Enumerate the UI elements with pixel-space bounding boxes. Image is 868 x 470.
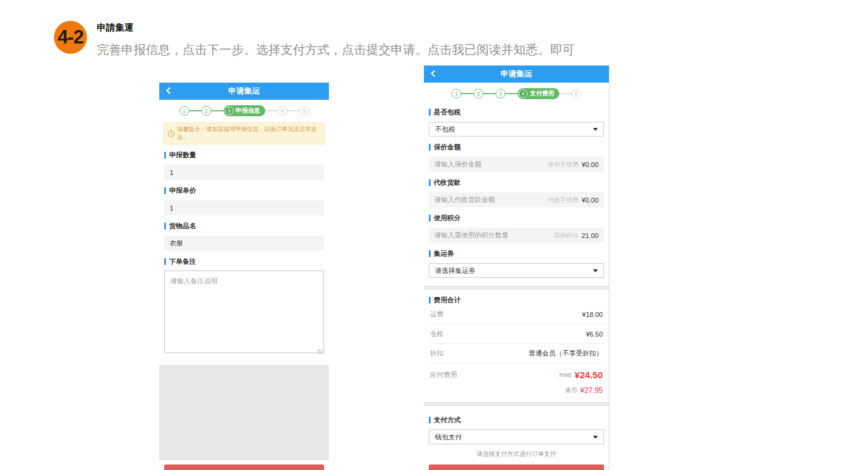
step-2: 2 xyxy=(202,106,211,116)
insurance-input[interactable]: 请输入保价金额 保价手续费 ¥0.00 xyxy=(429,157,604,172)
image-placeholder xyxy=(159,365,329,460)
payment-method-select[interactable]: 钱包支付 xyxy=(429,430,604,444)
coupon-select-value: 请选择集运券 xyxy=(435,266,593,275)
notice-text: 温馨提示：请如实填写申报信息，以免订单无法正常送达。 xyxy=(177,125,320,141)
fee-row-storage: 仓租 ¥6.50 xyxy=(429,324,604,344)
field-label-unit-price: 申报单价 xyxy=(164,186,324,195)
submit-application-button[interactable]: 提交申请 xyxy=(429,464,604,470)
section-divider xyxy=(424,286,609,289)
payment-screen: 申请集运 1 2 3 4 支付费用 5 是否包税 不包税 保价金额 请输入保价金… xyxy=(424,65,609,470)
hkd-row: 港币 ¥27.95 xyxy=(429,382,604,402)
hkd-amount: ¥27.95 xyxy=(580,386,603,395)
declare-form: 申报数量 1 申报单价 1 货物品名 衣服 下单备注 xyxy=(159,151,329,356)
payable-currency: RMB xyxy=(559,372,572,378)
insurance-fee-value: ¥0.00 xyxy=(581,161,598,168)
fee-value: 普通会员（不享受折扣） xyxy=(529,349,603,358)
tax-select[interactable]: 不包税 xyxy=(429,122,604,136)
step-5: 5 xyxy=(572,89,581,99)
step-number-badge: 4-2 xyxy=(54,21,87,54)
fee-summary-title: 费用合计 xyxy=(429,296,604,305)
fee-label: 仓租 xyxy=(430,329,443,338)
payable-row: 应付费用 RMB ¥24.50 xyxy=(429,364,604,382)
points-balance-label: 我的积分 xyxy=(554,231,578,240)
next-step-button[interactable]: 下一步 xyxy=(164,464,324,470)
appbar-right: 申请集运 xyxy=(424,65,609,83)
caret-down-icon xyxy=(593,269,598,272)
declare-info-screen: 申请集运 1 2 3 申报信息 4 5 ! 温馨提示：请如实填写申报信息，以免订… xyxy=(159,83,329,452)
fee-row-shipping: 运费 ¥18.00 xyxy=(429,305,604,324)
step-connector xyxy=(211,110,224,111)
caret-down-icon xyxy=(593,436,598,439)
stepper-right: 1 2 3 4 支付费用 5 xyxy=(424,83,609,105)
remark-textarea[interactable] xyxy=(164,270,324,353)
step-2: 2 xyxy=(474,89,483,99)
page-subtitle: 完善申报信息，点击下一步。选择支付方式，点击提交申请。点击我已阅读并知悉。即可 xyxy=(97,42,575,58)
appbar-title: 申请集运 xyxy=(500,69,532,80)
field-label-coupon: 集运券 xyxy=(429,249,604,258)
cod-input[interactable]: 请输入代收货款金额 代收手续费 ¥0.00 xyxy=(429,192,604,207)
tax-select-value: 不包税 xyxy=(435,125,593,134)
fee-summary-section: 费用合计 运费 ¥18.00 仓租 ¥6.50 折扣 普通会员（不享受折扣） 应… xyxy=(424,296,609,402)
field-label-cod: 代收货款 xyxy=(429,178,604,187)
points-input[interactable]: 请输入需使用的积分数量 我的积分 21.00 xyxy=(429,228,604,243)
unit-price-value: 1 xyxy=(170,204,173,212)
cod-placeholder: 请输入代收货款金额 xyxy=(434,195,548,204)
step-number: 3 xyxy=(225,106,233,115)
info-circle-icon: ! xyxy=(168,130,175,137)
field-label-points: 使用积分 xyxy=(429,214,604,223)
step-1: 1 xyxy=(179,106,189,116)
step-connector xyxy=(483,93,496,94)
coupon-select[interactable]: 请选择集运券 xyxy=(429,263,604,278)
appbar-title: 申请集运 xyxy=(228,86,260,97)
quantity-value: 1 xyxy=(170,169,173,176)
payment-method-section: 支付方式 钱包支付 请选择支付方式进行订单支付 提交申请 xyxy=(424,416,609,470)
payment-hint: 请选择支付方式进行订单支付 xyxy=(429,450,604,458)
points-placeholder: 请输入需使用的积分数量 xyxy=(434,231,554,240)
fee-label: 运费 xyxy=(430,310,443,319)
payable-amount: ¥24.50 xyxy=(575,370,603,380)
step-connector xyxy=(287,110,300,111)
step-4-active: 4 支付费用 xyxy=(518,88,559,99)
points-balance-value: 21.00 xyxy=(581,232,598,239)
field-label-goods-name: 货物品名 xyxy=(164,222,324,231)
field-label-insurance: 保价金额 xyxy=(429,143,604,152)
fee-value: ¥6.50 xyxy=(586,330,603,338)
hkd-currency: 港币 xyxy=(565,386,577,395)
payment-method-value: 钱包支付 xyxy=(435,433,593,442)
step-connector xyxy=(189,110,202,111)
cod-fee-label: 代收手续费 xyxy=(548,196,578,204)
payment-form: 是否包税 不包税 保价金额 请输入保价金额 保价手续费 ¥0.00 代收货款 请… xyxy=(424,108,609,278)
field-label-remark: 下单备注 xyxy=(164,257,324,266)
step-connector xyxy=(461,93,474,94)
insurance-fee-label: 保价手续费 xyxy=(548,160,578,169)
back-icon[interactable] xyxy=(431,70,437,76)
fee-value: ¥18.00 xyxy=(582,311,603,318)
notice-banner: ! 温馨提示：请如实填写申报信息，以免订单无法正常送达。 xyxy=(164,122,325,144)
step-1: 1 xyxy=(451,89,461,99)
back-icon[interactable] xyxy=(166,87,173,94)
field-label-payment-method: 支付方式 xyxy=(429,416,604,425)
step-connector xyxy=(265,110,277,111)
appbar-left: 申请集运 xyxy=(159,83,329,100)
fee-label: 折扣 xyxy=(430,349,443,358)
fee-row-discount: 折扣 普通会员（不享受折扣） xyxy=(429,344,604,364)
unit-price-input[interactable]: 1 xyxy=(164,200,324,215)
cod-fee-value: ¥0.00 xyxy=(581,196,598,204)
page-title: 申請集運 xyxy=(97,22,134,34)
quantity-input[interactable]: 1 xyxy=(164,165,324,180)
remark-textarea-wrap xyxy=(164,270,324,356)
stepper-left: 1 2 3 申报信息 4 5 xyxy=(159,100,329,122)
field-label-quantity: 申报数量 xyxy=(164,151,324,160)
step-connector xyxy=(505,93,518,94)
step-4: 4 xyxy=(277,106,287,116)
step-label: 申报信息 xyxy=(236,106,260,115)
goods-name-input[interactable]: 衣服 xyxy=(164,236,324,251)
section-divider xyxy=(424,402,609,406)
step-number: 4 xyxy=(519,89,527,98)
caret-down-icon xyxy=(593,128,598,131)
payable-label: 应付费用 xyxy=(430,370,457,379)
step-connector xyxy=(559,93,572,94)
insurance-placeholder: 请输入保价金额 xyxy=(434,160,548,169)
step-3: 3 xyxy=(496,89,505,99)
step-5: 5 xyxy=(300,106,309,116)
